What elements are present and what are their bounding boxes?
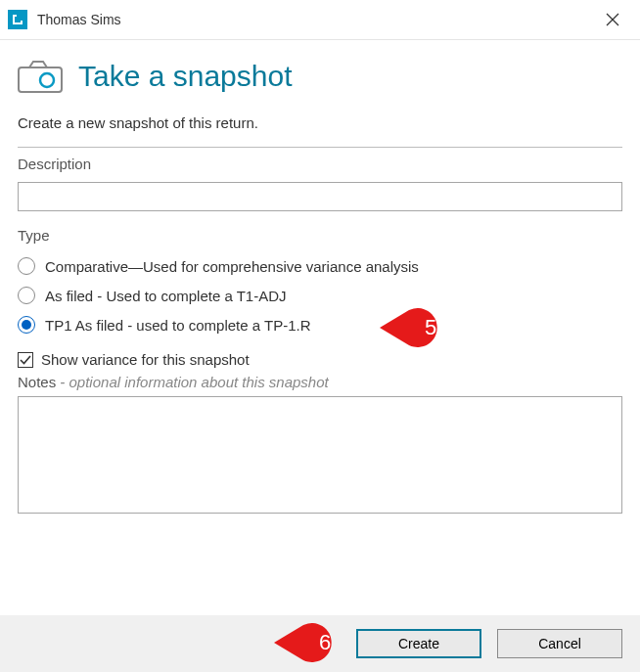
dialog-heading: Take a snapshot	[78, 60, 292, 93]
type-radio-group: Comparative—Used for comprehensive varia…	[18, 257, 622, 334]
description-label: Description	[18, 156, 622, 172]
description-input[interactable]	[18, 182, 622, 211]
close-button[interactable]	[595, 6, 630, 33]
titlebar: Thomas Sims	[0, 0, 640, 40]
callout-marker-5: 5	[380, 306, 458, 349]
radio-label: As filed - Used to complete a T1-ADJ	[45, 288, 287, 304]
create-button[interactable]: Create	[356, 629, 481, 658]
radio-tp1-as-filed[interactable]: TP1 As filed - used to complete a TP-1.R…	[18, 316, 622, 334]
show-variance-checkbox[interactable]: Show variance for this snapshot	[18, 351, 622, 368]
dialog-content: Take a snapshot Create a new snapshot of…	[0, 40, 640, 615]
heading-row: Take a snapshot	[18, 60, 622, 93]
checkbox-icon	[18, 352, 33, 368]
window-title: Thomas Sims	[37, 12, 121, 27]
callout-number: 6	[319, 630, 331, 655]
callout-marker-6: 6	[274, 621, 352, 664]
titlebar-left: Thomas Sims	[8, 10, 121, 29]
notes-hint: - optional information about this snapsh…	[56, 374, 329, 390]
dialog-footer: 6 Create Cancel	[0, 615, 640, 672]
radio-label: TP1 As filed - used to complete a TP-1.R	[45, 317, 311, 334]
radio-label: Comparative—Used for comprehensive varia…	[45, 258, 419, 275]
svg-point-3	[40, 73, 54, 87]
notes-label-text: Notes	[18, 374, 56, 390]
callout-number: 5	[425, 315, 436, 340]
notes-label: Notes - optional information about this …	[18, 374, 622, 390]
divider	[18, 147, 622, 148]
notes-textarea[interactable]	[18, 396, 622, 514]
show-variance-label: Show variance for this snapshot	[41, 351, 250, 368]
radio-as-filed[interactable]: As filed - Used to complete a T1-ADJ	[18, 287, 622, 304]
type-label: Type	[18, 227, 622, 244]
radio-icon	[18, 257, 35, 275]
dialog-subtext: Create a new snapshot of this return.	[18, 114, 622, 131]
cancel-button-label: Cancel	[538, 636, 581, 651]
close-icon	[606, 13, 619, 26]
cancel-button[interactable]: Cancel	[497, 629, 622, 658]
radio-comparative[interactable]: Comparative—Used for comprehensive varia…	[18, 257, 622, 275]
camera-icon	[18, 60, 63, 93]
dialog-window: Thomas Sims Take a snapshot Create a new…	[0, 0, 640, 672]
radio-icon	[18, 287, 35, 304]
radio-icon	[18, 316, 35, 334]
app-icon	[8, 10, 27, 29]
create-button-label: Create	[398, 636, 439, 651]
